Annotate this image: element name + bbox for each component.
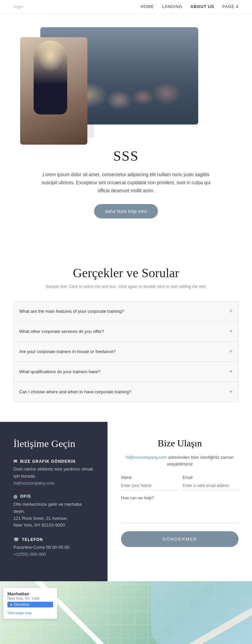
contact-phone-label: TELEFON [22,537,43,542]
faq-item[interactable]: Can I choose where and when to have corp… [13,382,239,402]
contact-email-item: ✉ BIZE GRAFIK GÖNDERIN Dost canlısı ekib… [13,459,94,486]
hero-section: SSS Lorem ipsum dolor sit amet, consecte… [0,14,252,239]
contact-right-title: Bize Ulaşın [121,438,239,449]
email-icon: ✉ [13,459,17,464]
faq-question-3: Are your corporate trainers in-house or … [19,349,116,354]
contact-message-textarea[interactable] [121,503,239,523]
faq-question-5: Can I choose where and when to have corp… [19,389,131,394]
directions-label: Directions [14,603,29,606]
contact-name-col: Name [121,475,177,490]
contact-name-label: Name [121,475,177,480]
nav-landing[interactable]: LANDING [162,4,182,9]
contact-phone-number[interactable]: +1(555) 000-000 [13,552,46,557]
faq-expand-icon-2: + [229,328,233,335]
contact-email-input[interactable] [182,481,239,490]
faq-expand-icon-1: + [229,307,233,315]
phone-icon: ☏ [13,537,19,542]
faq-question-2: What other corporate services do you off… [19,329,104,334]
contact-phone-title: ☏ TELEFON [13,537,94,542]
faq-subtitle: Sample text. Click to select the text bo… [13,284,239,289]
contact-office-line3: New York, NY 92103-9000 [13,522,94,529]
nav-about[interactable]: ABOUT US [191,4,214,9]
nav-links: HOME LANDING ABOUT US PAGE 4 [141,4,239,9]
faq-section: Gerçekler ve Sorular Sample text. Click … [0,239,252,422]
contact-section: İletişime Geçin ✉ BIZE GRAFIK GÖNDERIN D… [0,422,252,581]
faq-expand-icon-5: + [229,388,233,396]
contact-phone-hours: Pazartesi-Cuma 08:00-05:00 [13,544,94,551]
contact-email-link[interactable]: hi@ourcompany.com [13,481,54,486]
contact-right: Bize Ulaşın hi@ourcompany.com adresinden… [108,422,252,581]
contact-name-input[interactable] [121,481,177,490]
contact-form-row-1: Name Email [121,475,239,490]
faq-item[interactable]: Are your corporate trainers in-house or … [13,341,239,362]
contact-submit-button[interactable]: GÖNDERMEK [121,531,239,547]
hero-description: Lorem ipsum dolor sit amet, consectetur … [39,171,213,195]
map-directions-button[interactable]: ➤ Directions [7,602,53,607]
map-city-name: Manhattan [7,591,53,596]
navbar: logo HOME LANDING ABOUT US PAGE 4 [0,0,252,14]
logo: logo [13,4,23,9]
nav-home[interactable]: HOME [141,4,154,9]
faq-list: What are the main features of your corpo… [13,301,239,402]
contact-left: İletişime Geçin ✉ BIZE GRAFIK GÖNDERIN D… [0,422,108,581]
contact-email-label: BIZE GRAFIK GÖNDERIN [20,459,76,464]
contact-phone-item: ☏ TELEFON Pazartesi-Cuma 08:00-05:00 +1(… [13,537,94,557]
contact-office-line1: Ofis merkezimize gelin ve merhaba deyin. [13,501,94,515]
faq-item[interactable]: What are the main features of your corpo… [13,301,239,321]
hero-person-image [20,37,87,145]
location-icon: ◎ [13,494,17,499]
contact-email-desc-text: adresinden bize istediğiniz zaman ulaşab… [167,455,234,466]
faq-title: Gerçekler ve Sorular [13,265,239,280]
map-info-card: Manhattan New York, NY, USA ➤ Directions… [3,588,57,619]
map-state: New York, NY, USA [7,596,53,600]
directions-arrow-icon: ➤ [10,603,13,606]
faq-item[interactable]: What qualifications do your trainers hav… [13,361,239,382]
hero-images [13,27,239,135]
contact-email-description: Dost canlısı ekibimiz size yardımcı olma… [13,466,94,480]
contact-office-title: ◎ OFIS [13,494,94,499]
contact-office-label: OFIS [20,494,31,499]
map-water [151,581,252,644]
contact-help-label: How can we help? [121,496,239,500]
hero-title: SSS [39,148,213,164]
faq-question-1: What are the main features of your corpo… [19,309,124,314]
contact-email-title: ✉ BIZE GRAFIK GÖNDERIN [13,459,94,464]
contact-email-description: hi@ourcompany.com adresinden bize istedi… [121,454,239,467]
hero-text: SSS Lorem ipsum dolor sit amet, consecte… [39,148,213,218]
faq-expand-icon-3: + [229,348,233,355]
contact-left-title: İletişime Geçin [13,438,94,449]
contact-email-col: Email [182,475,239,490]
contact-email-address[interactable]: hi@ourcompany.com [126,455,167,460]
nav-page4[interactable]: PAGE 4 [222,4,239,9]
faq-question-4: What qualifications do your trainers hav… [19,369,100,374]
contact-office-line2: 121 Rock Sreet, 21 Avenue, [13,515,94,522]
map-view-larger-link[interactable]: View larger map [7,611,32,615]
hero-cta-button[interactable]: daha fazla bilgi edin [94,204,158,218]
contact-office-item: ◎ OFIS Ofis merkezimize gelin ve merhaba… [13,494,94,529]
contact-email-field-label: Email [182,475,239,480]
map-section: New York Manhattan New York, NY, USA ➤ D… [0,581,252,644]
faq-item[interactable]: What other corporate services do you off… [13,321,239,342]
faq-expand-icon-4: + [229,368,233,376]
